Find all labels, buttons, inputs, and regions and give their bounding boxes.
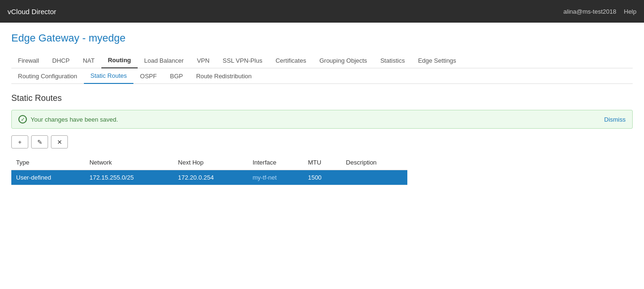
page-title: Edge Gateway - myedge bbox=[11, 32, 633, 44]
top-header: vCloud Director alina@ms-test2018 Help bbox=[0, 0, 644, 23]
main-content: Edge Gateway - myedge FirewallDHCPNATRou… bbox=[0, 23, 644, 289]
col-header-next-hop: Next Hop bbox=[173, 155, 248, 170]
help-link[interactable]: Help bbox=[624, 8, 636, 15]
secondary-nav-item-routing-configuration[interactable]: Routing Configuration bbox=[11, 69, 84, 83]
col-header-mtu: MTU bbox=[303, 155, 341, 170]
username-label: alina@ms-test2018 bbox=[563, 8, 616, 15]
cell-interface: my-tf-net bbox=[248, 170, 304, 185]
primary-nav-item-edge-settings[interactable]: Edge Settings bbox=[412, 53, 463, 68]
success-banner: ✓ Your changes have been saved. Dismiss bbox=[11, 110, 633, 129]
col-header-network: Network bbox=[85, 155, 173, 170]
cell-type: User-defined bbox=[11, 170, 85, 185]
primary-nav-item-ssl-vpn-plus[interactable]: SSL VPN-Plus bbox=[216, 53, 269, 68]
col-header-type: Type bbox=[11, 155, 85, 170]
section-title: Static Routes bbox=[11, 93, 633, 103]
primary-nav-item-routing[interactable]: Routing bbox=[101, 53, 138, 68]
interface-link[interactable]: my-tf-net bbox=[253, 174, 277, 181]
add-button[interactable]: + bbox=[11, 135, 28, 149]
cell-mtu: 1500 bbox=[303, 170, 341, 185]
edit-button[interactable]: ✎ bbox=[31, 135, 48, 149]
primary-nav-item-grouping-objects[interactable]: Grouping Objects bbox=[313, 53, 373, 68]
dismiss-button[interactable]: Dismiss bbox=[604, 116, 626, 123]
table-row[interactable]: User-defined172.15.255.0/25172.20.0.254m… bbox=[11, 170, 407, 185]
check-icon: ✓ bbox=[18, 115, 27, 124]
cell-network: 172.15.255.0/25 bbox=[85, 170, 173, 185]
cell-next-hop: 172.20.0.254 bbox=[173, 170, 248, 185]
success-message: Your changes have been saved. bbox=[31, 116, 118, 123]
col-header-interface: Interface bbox=[248, 155, 304, 170]
primary-nav-item-firewall[interactable]: Firewall bbox=[11, 53, 46, 68]
primary-nav-item-statistics[interactable]: Statistics bbox=[374, 53, 412, 68]
primary-nav-item-nat[interactable]: NAT bbox=[76, 53, 101, 68]
page-title-prefix: Edge Gateway - bbox=[11, 32, 89, 44]
primary-nav-item-load-balancer[interactable]: Load Balancer bbox=[138, 53, 190, 68]
secondary-nav-item-static-routes[interactable]: Static Routes bbox=[84, 68, 133, 84]
success-message-area: ✓ Your changes have been saved. bbox=[18, 115, 118, 124]
primary-nav-item-dhcp[interactable]: DHCP bbox=[46, 53, 76, 68]
primary-nav-item-certificates[interactable]: Certificates bbox=[269, 53, 313, 68]
edit-icon: ✎ bbox=[37, 139, 42, 146]
col-header-description: Description bbox=[341, 155, 407, 170]
secondary-nav-item-ospf[interactable]: OSPF bbox=[133, 69, 163, 83]
secondary-nav-item-bgp[interactable]: BGP bbox=[163, 69, 189, 83]
secondary-nav-item-route-redistribution[interactable]: Route Redistribution bbox=[190, 69, 258, 83]
page-title-name: myedge bbox=[89, 32, 125, 44]
user-area: alina@ms-test2018 Help bbox=[563, 8, 636, 15]
cell-description bbox=[341, 170, 407, 185]
secondary-nav: Routing ConfigurationStatic RoutesOSPFBG… bbox=[11, 68, 633, 84]
primary-nav: FirewallDHCPNATRoutingLoad BalancerVPNSS… bbox=[11, 53, 633, 68]
delete-button[interactable]: ✕ bbox=[51, 135, 68, 149]
static-routes-table: TypeNetworkNext HopInterfaceMTUDescripti… bbox=[11, 155, 407, 185]
primary-nav-item-vpn[interactable]: VPN bbox=[190, 53, 216, 68]
app-title: vCloud Director bbox=[8, 8, 56, 16]
add-icon: + bbox=[18, 139, 22, 146]
delete-icon: ✕ bbox=[57, 139, 62, 146]
toolbar: + ✎ ✕ bbox=[11, 135, 633, 149]
